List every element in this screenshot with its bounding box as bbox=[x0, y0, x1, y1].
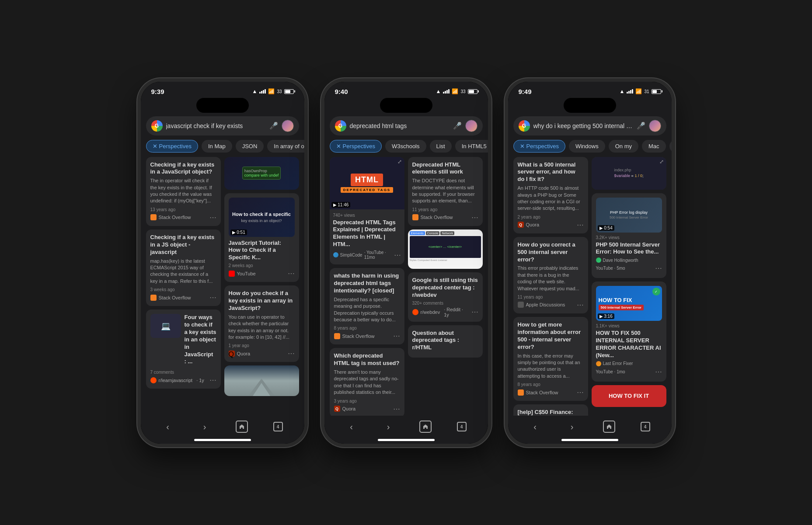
card-p1-3[interactable]: 💻 Four ways to check if a key exists in … bbox=[146, 309, 221, 389]
more-btn-p2-2[interactable]: ⋯ bbox=[393, 332, 400, 340]
mic-icon-1[interactable]: 🎤 bbox=[269, 122, 278, 130]
more-btn-vid-p3-1[interactable]: ⋯ bbox=[655, 264, 662, 272]
html-thumb: HTML DEPRECATED TAGS bbox=[330, 157, 404, 209]
more-btn-p2-4[interactable]: ⋯ bbox=[471, 213, 478, 222]
search-bar-2[interactable]: G deprecated html tags 🎤 bbox=[330, 116, 483, 136]
forward-btn-2[interactable]: › bbox=[383, 420, 394, 434]
chip-perspectives-1[interactable]: ✕ Perspectives bbox=[146, 140, 198, 153]
more-btn-vid-p3-2[interactable]: ⋯ bbox=[655, 368, 662, 376]
tab-btn-1[interactable]: 4 bbox=[273, 422, 283, 431]
more-btn-p2-3[interactable]: ⋯ bbox=[393, 405, 400, 413]
chip-json-1[interactable]: JSON bbox=[236, 140, 264, 153]
video-card-p3-2[interactable]: HOW TO FIX 500 Internal Server Error ✓ ▶… bbox=[592, 282, 666, 382]
chip-flights-3[interactable]: Flights bbox=[669, 140, 672, 153]
avatar-1[interactable] bbox=[282, 120, 294, 132]
chip-label-windows-3: Windows bbox=[575, 143, 599, 150]
card-source-p1-2: Stack Overflow ⋯ bbox=[150, 293, 216, 302]
mic-icon-2[interactable]: 🎤 bbox=[453, 122, 462, 130]
card-body-p3-3: In this case, the error may simply be po… bbox=[518, 353, 584, 380]
search-bar-3[interactable]: G why do i keep getting 500 internal ser… bbox=[513, 116, 666, 136]
search-query-2: deprecated html tags bbox=[350, 122, 450, 129]
card-source-p3-2: Apple Discussions ⋯ bbox=[518, 301, 584, 309]
img-card-p3-1[interactable]: index.php $variable = 1 / 0; ⤢ bbox=[592, 157, 666, 190]
duration-p3-2: ▶ 3:16 bbox=[598, 313, 614, 319]
back-btn-1[interactable]: ‹ bbox=[162, 420, 174, 434]
source-name-p2-2: Stack Overflow bbox=[342, 334, 375, 339]
chip-onmy-3[interactable]: On my bbox=[609, 140, 638, 153]
yt-icon-p1-1 bbox=[229, 271, 235, 277]
video-card-p2-1[interactable]: HTML DEPRECATED TAGS ▶ 11:46 ⤢ 740+ view… bbox=[330, 157, 404, 265]
more-btn-vid-p2-1[interactable]: ⋯ bbox=[394, 251, 401, 259]
tab-btn-2[interactable]: 4 bbox=[457, 422, 467, 431]
card-p2-4[interactable]: Deprecated HTML elements still work The … bbox=[408, 157, 483, 226]
card-p3-4[interactable]: [help] C$50 Finance: 500 bbox=[513, 404, 588, 415]
chip-windows-3[interactable]: Windows bbox=[569, 140, 605, 153]
card-p2-5[interactable]: Google is still using this deprecated ce… bbox=[408, 272, 483, 322]
more-btn-p3-2[interactable]: ⋯ bbox=[577, 301, 584, 309]
card-p2-2[interactable]: whats the harm in using deprecated html … bbox=[330, 268, 404, 344]
home-icon-3 bbox=[606, 424, 612, 429]
forward-btn-1[interactable]: › bbox=[199, 420, 211, 434]
video-card-p3-3[interactable]: HOW TO FIX IT bbox=[592, 385, 666, 407]
source-name-p3-3: Stack Overflow bbox=[526, 390, 558, 395]
img-card-p2-1[interactable]: Elements Console Network <center> ... </… bbox=[408, 229, 483, 269]
chip-inarray-1[interactable]: In array of objects bbox=[267, 140, 304, 153]
card-p1-4[interactable]: How do you check if a key exists in an a… bbox=[224, 285, 299, 362]
source-name-p2-5: r/webdev bbox=[421, 309, 440, 315]
card-title-p3-3: How to get more information about error … bbox=[518, 321, 584, 351]
card-p1-1[interactable]: Checking if a key exists in a JavaScript… bbox=[146, 157, 221, 226]
card-p1-2[interactable]: Checking if a key exists in a JS object … bbox=[146, 229, 221, 306]
more-btn-p3-3[interactable]: ⋯ bbox=[577, 388, 584, 396]
filter-chips-2: ✕ Perspectives W3schools List In HTML5 E… bbox=[324, 140, 488, 157]
status-icons-3: ▲ 📶 31 bbox=[619, 88, 661, 94]
more-btn-p1-4[interactable]: ⋯ bbox=[288, 349, 295, 358]
chip-inmap-1[interactable]: In Map bbox=[202, 140, 232, 153]
img-card-p1-1[interactable]: hasOwnProp compare with undef bbox=[224, 157, 299, 190]
quora-icon-p3-1: Q bbox=[518, 222, 524, 228]
more-btn-p1-3[interactable]: ⋯ bbox=[209, 376, 216, 384]
avatar-3[interactable] bbox=[649, 120, 661, 132]
back-btn-2[interactable]: ‹ bbox=[345, 420, 357, 434]
card-source-p2-3: Q Quora ⋯ bbox=[334, 405, 400, 413]
card-p2-6[interactable]: Question about deprecated tags : r/HTML bbox=[408, 325, 483, 358]
chip-list-2[interactable]: List bbox=[430, 140, 452, 153]
search-bar-1[interactable]: G javascript check if key exists 🎤 bbox=[146, 116, 299, 136]
status-bar-3: 9:49 ▲ 📶 31 bbox=[508, 82, 672, 98]
back-btn-3[interactable]: ‹ bbox=[529, 420, 541, 434]
home-btn-2[interactable] bbox=[419, 421, 432, 433]
card-p3-1[interactable]: What is a 500 internal server error, and… bbox=[513, 157, 588, 233]
home-btn-3[interactable] bbox=[603, 421, 615, 433]
card-source-p2-2: Stack Overflow ⋯ bbox=[334, 332, 400, 340]
more-btn-p2-5[interactable]: ⋯ bbox=[471, 308, 478, 316]
chip-label-w3-2: W3schools bbox=[392, 143, 420, 150]
tab-btn-3[interactable]: 4 bbox=[641, 422, 650, 431]
so-icon-p1-2 bbox=[150, 295, 157, 301]
avatar-2[interactable] bbox=[465, 120, 477, 132]
col1-phone3: What is a 500 internal server error, and… bbox=[513, 157, 588, 416]
more-btn-p3-1[interactable]: ⋯ bbox=[577, 221, 584, 229]
google-logo-2: G bbox=[335, 120, 346, 132]
more-btn-p1-2[interactable]: ⋯ bbox=[209, 293, 216, 302]
video-card-p1-1[interactable]: How to check if a specific key exists in… bbox=[224, 193, 299, 282]
img-card-p1-2[interactable] bbox=[224, 365, 299, 396]
more-btn-p1-1[interactable]: ⋯ bbox=[209, 213, 216, 222]
forward-btn-3[interactable]: › bbox=[566, 420, 578, 434]
chip-perspectives-2[interactable]: ✕ Perspectives bbox=[330, 140, 382, 153]
card-source-p3-1: Q Quora ⋯ bbox=[518, 221, 584, 229]
card-title-p3-4: [help] C$50 Finance: 500 bbox=[518, 409, 584, 415]
video-card-p3-1[interactable]: PHP Error log display 500 Internal Serve… bbox=[592, 193, 666, 278]
chip-mac-3[interactable]: Mac bbox=[642, 140, 666, 153]
mic-icon-3[interactable]: 🎤 bbox=[637, 122, 645, 130]
chip-perspectives-3[interactable]: ✕ Perspectives bbox=[513, 140, 565, 153]
filter-chips-3: ✕ Perspectives Windows On my Mac Flights bbox=[508, 140, 672, 157]
card-p2-3[interactable]: Which deprecated HTML tag is most used? … bbox=[330, 348, 404, 415]
card-p3-2[interactable]: How do you correct a 500 internal server… bbox=[513, 237, 588, 313]
chip-w3-2[interactable]: W3schools bbox=[385, 140, 426, 153]
more-btn-vid-p1-1[interactable]: ⋯ bbox=[288, 269, 295, 278]
search-query-1: javascript check if key exists bbox=[166, 122, 266, 129]
source-name-p2-3: Quora bbox=[342, 406, 356, 411]
home-btn-1[interactable] bbox=[236, 421, 248, 433]
card-title-p2-6: Question about deprecated tags : r/HTML bbox=[412, 330, 478, 352]
chip-html5-2[interactable]: In HTML5 bbox=[455, 140, 488, 153]
card-p3-3[interactable]: How to get more information about error … bbox=[513, 317, 588, 401]
